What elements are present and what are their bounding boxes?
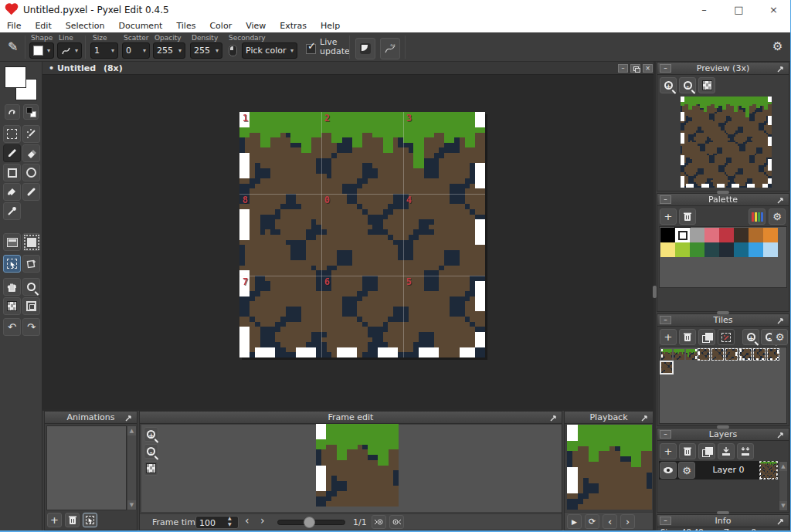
palette-swatch[interactable] — [719, 228, 734, 242]
menu-document[interactable]: Document — [111, 20, 169, 32]
toggle-border-button[interactable] — [22, 297, 40, 315]
tile-thumbnail[interactable] — [712, 349, 723, 360]
palette-settings-button[interactable]: ⚙ — [769, 208, 786, 225]
tile-transform-tool[interactable] — [22, 255, 40, 273]
frame-time-stepper[interactable]: ▲ ▼ — [228, 515, 232, 527]
swap-colors-button[interactable] — [5, 104, 20, 120]
duplicate-layer-button[interactable] — [698, 443, 715, 459]
toolbar-settings-gear-icon[interactable]: ⚙ — [772, 39, 783, 53]
layers-scrollbar[interactable]: ▲ ▼ — [779, 461, 788, 511]
fill-bucket-tool[interactable] — [3, 183, 21, 201]
doc-restore-button[interactable] — [630, 64, 640, 73]
delete-tile-button[interactable] — [679, 329, 696, 345]
palette-swatch[interactable] — [690, 228, 704, 242]
preview-zoom-out-button[interactable]: - — [679, 77, 696, 93]
layer-visibility-button[interactable] — [660, 462, 677, 479]
spin-up-icon[interactable]: ▲ — [228, 515, 232, 520]
splitter-handle[interactable] — [717, 191, 729, 194]
play-button[interactable]: ▶ — [567, 514, 582, 529]
eraser-tool[interactable] — [22, 144, 40, 162]
maximize-button[interactable]: □ — [721, 0, 756, 20]
tile-thumbnail[interactable] — [661, 349, 672, 360]
secondary-action-dropdown[interactable]: Pick color ▾ — [242, 42, 297, 59]
live-update-checkbox[interactable]: ✓ — [306, 44, 316, 54]
tile-thumbnail[interactable] — [754, 349, 765, 360]
size-dropdown[interactable]: 1 ▾ — [90, 42, 118, 59]
delete-animation-button[interactable] — [65, 513, 80, 527]
tile-thumbnail[interactable] — [768, 349, 779, 360]
opacity-dropdown[interactable]: 255 ▾ — [153, 42, 185, 59]
tiles-zoom-in-button[interactable]: + — [742, 329, 759, 345]
horizontal-splitter[interactable] — [42, 409, 654, 411]
palette-swatch[interactable] — [763, 242, 778, 257]
palette-swatch[interactable] — [704, 228, 719, 242]
tile-highlight-toggle[interactable] — [718, 329, 735, 345]
onion-skin-next-button[interactable] — [389, 515, 404, 529]
dynamics-curve-button[interactable]: 4pt — [380, 38, 400, 59]
layer-settings-button[interactable]: ⚙ — [678, 462, 695, 479]
frame-time-input[interactable]: 100 — [195, 516, 239, 529]
undo-button[interactable]: ↶ — [3, 318, 21, 336]
magic-wand-tool[interactable] — [22, 125, 40, 143]
palette-swatch[interactable] — [763, 228, 778, 242]
pixel-canvas[interactable]: 1 2 3 8 0 4 7 6 5 — [239, 112, 485, 357]
ellipse-tool[interactable] — [22, 164, 40, 181]
menu-file[interactable]: File — [0, 20, 28, 32]
scroll-up-icon[interactable]: ▲ — [127, 426, 136, 435]
tile-thumbnail[interactable] — [674, 349, 684, 360]
default-colors-button[interactable] — [23, 104, 39, 120]
next-frame-button[interactable]: › — [260, 514, 265, 527]
primary-color-swatch[interactable] — [5, 66, 26, 88]
menu-tiles[interactable]: Tiles — [169, 20, 202, 32]
pin-icon[interactable] — [776, 517, 786, 526]
loop-button[interactable]: ⟳ — [585, 514, 599, 529]
pencil-tool[interactable] — [3, 144, 21, 162]
vertical-splitter-handle[interactable] — [653, 286, 657, 298]
merge-visible-button[interactable] — [737, 443, 754, 459]
redo-button[interactable]: ↷ — [22, 318, 40, 336]
palette-swatch[interactable] — [734, 242, 749, 257]
palette-swatch[interactable] — [704, 242, 719, 257]
tile-thumbnail[interactable] — [686, 349, 697, 360]
delete-color-button[interactable] — [679, 208, 696, 225]
splitter-handle[interactable] — [717, 425, 729, 429]
pin-icon[interactable] — [640, 413, 650, 422]
playback-prev-button[interactable]: ‹ — [603, 514, 617, 529]
tile-thumbnail[interactable] — [726, 349, 737, 360]
merge-down-button[interactable] — [718, 443, 735, 459]
add-animation-button[interactable]: + — [47, 513, 62, 527]
splitter-handle[interactable] — [717, 511, 729, 514]
tiles-settings-button[interactable]: ⚙ — [772, 329, 788, 345]
close-button[interactable]: × — [756, 0, 791, 20]
palette-swatch-selected[interactable] — [675, 228, 690, 242]
scroll-up-icon[interactable]: ▲ — [779, 462, 787, 471]
menu-selection[interactable]: Selection — [59, 20, 112, 32]
spin-down-icon[interactable]: ▼ — [228, 521, 232, 527]
rectangle-tool[interactable] — [3, 164, 21, 181]
marker-tool[interactable] — [22, 183, 40, 201]
pin-icon[interactable] — [124, 413, 134, 422]
add-tile-button[interactable]: + — [660, 329, 677, 345]
frame-zoom-in-button[interactable]: + — [144, 427, 158, 442]
palette-swatch[interactable] — [734, 228, 749, 242]
palette-swatch[interactable] — [719, 242, 734, 257]
menu-view[interactable]: View — [239, 20, 273, 32]
palette-swatch[interactable] — [690, 242, 704, 257]
eyedropper-tool[interactable] — [3, 202, 21, 220]
tile-thumbnail[interactable] — [740, 349, 751, 360]
document-tab[interactable]: • Untitled (8x) — [49, 63, 123, 73]
pan-hand-tool[interactable] — [3, 278, 21, 296]
color-picker-button[interactable] — [749, 208, 766, 225]
select-animation-button[interactable] — [83, 513, 97, 527]
frame-bg-toggle-button[interactable] — [144, 461, 158, 476]
marquee-select-tool[interactable] — [3, 125, 21, 143]
density-dropdown[interactable]: 255 ▾ — [190, 42, 222, 59]
palette-swatch[interactable] — [660, 242, 675, 257]
line-style-dropdown[interactable]: ▾ — [57, 42, 82, 59]
preview-zoom-in-button[interactable]: + — [660, 77, 677, 93]
animations-scrollbar[interactable]: ▲ ▼ — [127, 425, 137, 510]
menu-extras[interactable]: Extras — [273, 20, 314, 32]
frame-edit-image[interactable] — [316, 424, 399, 507]
minimize-button[interactable]: – — [687, 0, 721, 20]
scroll-down-icon[interactable]: ▼ — [779, 501, 787, 510]
